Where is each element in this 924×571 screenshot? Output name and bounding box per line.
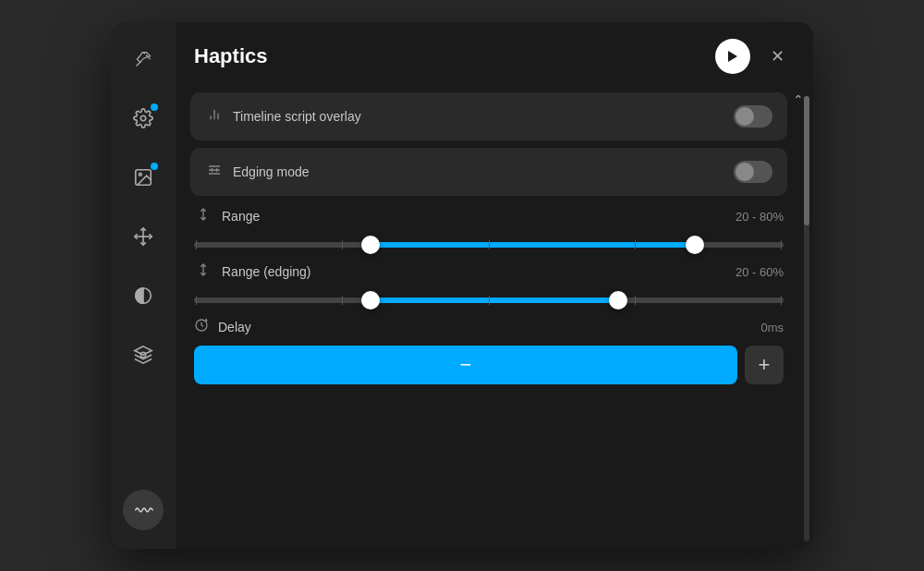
scroll-area[interactable]: ⌃ Timeline script overlay <box>176 89 813 549</box>
range-label: Range <box>222 209 736 224</box>
sidebar-icon-settings[interactable] <box>125 100 162 137</box>
svg-point-4 <box>139 173 141 176</box>
sidebar-icon-move[interactable] <box>125 218 162 255</box>
range-edging-slider-thumb-max[interactable] <box>609 291 627 310</box>
timeline-script-toggle[interactable] <box>734 105 772 128</box>
range-edging-slider-fill <box>371 298 618 303</box>
range-edging-slider[interactable] <box>190 298 787 303</box>
panel-header: Haptics ✕ <box>176 22 813 89</box>
settings-badge <box>151 103 158 111</box>
delay-control: Delay 0ms − + <box>190 314 787 384</box>
play-button[interactable] <box>715 39 750 74</box>
timeline-script-icon <box>205 107 224 126</box>
range-slider-fill <box>371 242 695 248</box>
scrollbar-thumb[interactable] <box>804 96 809 225</box>
chevron-up-icon[interactable]: ⌃ <box>793 92 804 107</box>
range-edging-label: Range (edging) <box>222 264 736 279</box>
sidebar <box>111 22 176 549</box>
main-panel: Haptics ✕ ⌃ <box>176 22 813 549</box>
svg-marker-9 <box>728 51 737 62</box>
range-slider-thumb-min[interactable] <box>361 236 380 254</box>
delay-buttons: − + <box>190 346 787 384</box>
delay-icon <box>194 318 209 336</box>
svg-line-0 <box>137 62 141 67</box>
range-slider-track[interactable] <box>194 242 784 248</box>
scrollbar-track <box>804 96 809 541</box>
panel-title: Haptics <box>194 44 706 68</box>
sidebar-icon-haptics[interactable] <box>123 490 164 530</box>
delay-plus-button[interactable]: + <box>745 346 784 384</box>
sidebar-icon-media[interactable] <box>125 159 162 196</box>
range-edging-header: Range (edging) 20 - 60% <box>190 259 787 290</box>
sidebar-icon-theme[interactable] <box>125 277 162 314</box>
delay-label: Delay <box>218 320 760 334</box>
close-button[interactable]: ✕ <box>760 39 795 74</box>
range-slider[interactable] <box>190 242 787 248</box>
edging-mode-label: Edging mode <box>233 164 734 179</box>
range-header: Range 20 - 80% <box>190 203 787 235</box>
sidebar-icon-ar[interactable] <box>125 336 162 373</box>
range-value: 20 - 80% <box>736 210 784 224</box>
delay-value: 0ms <box>760 321 784 334</box>
timeline-script-label: Timeline script overlay <box>233 109 734 124</box>
range-edging-icon <box>194 262 213 281</box>
range-icon <box>194 207 213 225</box>
delay-minus-button[interactable]: − <box>194 346 737 384</box>
app-container: Haptics ✕ ⌃ <box>111 22 813 549</box>
range-edging-value: 20 - 60% <box>736 265 784 279</box>
range-edging-control: Range (edging) 20 - 60% <box>190 259 787 303</box>
timeline-script-overlay-row: Timeline script overlay <box>190 92 787 140</box>
media-badge <box>151 163 158 170</box>
svg-point-2 <box>140 115 146 121</box>
edging-mode-row: Edging mode <box>190 148 787 196</box>
sidebar-icon-pin[interactable] <box>125 41 162 78</box>
edging-mode-toggle[interactable] <box>734 161 772 183</box>
range-slider-thumb-max[interactable] <box>686 236 704 254</box>
delay-header: Delay 0ms <box>190 314 787 346</box>
range-edging-slider-track[interactable] <box>194 298 784 303</box>
range-edging-slider-thumb-min[interactable] <box>361 291 380 310</box>
edging-mode-icon <box>205 163 224 181</box>
range-control: Range 20 - 80% <box>190 203 787 248</box>
